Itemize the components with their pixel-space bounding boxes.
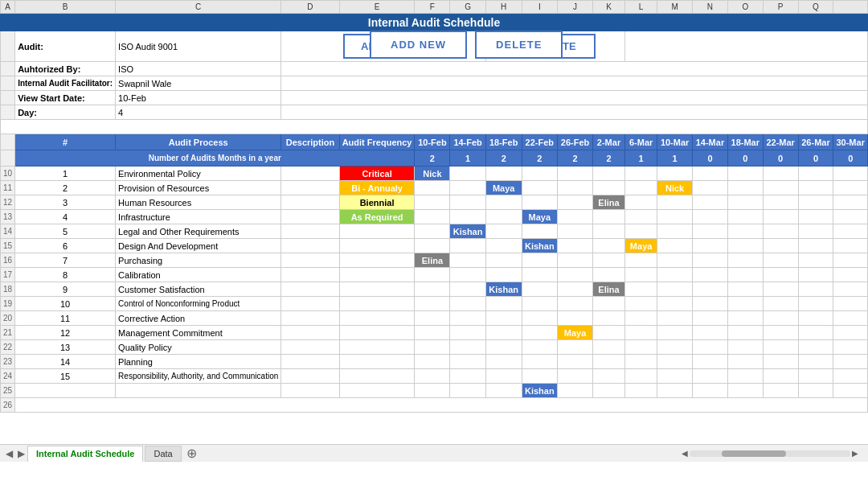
column-headers-row: # Audit Process Description Audit Freque… xyxy=(1,134,868,150)
subval-k: 1 xyxy=(625,150,657,166)
day-row: Day: 4 xyxy=(1,105,868,120)
scroll-left-icon[interactable]: ◀ xyxy=(682,449,688,458)
header-30mar: 30-Mar xyxy=(833,134,868,150)
add-new-button-overlay[interactable]: ADD NEW xyxy=(370,31,467,59)
table-row-empty: 26 xyxy=(1,398,868,413)
header-2mar: 2-Mar xyxy=(592,134,624,150)
authorized-value[interactable]: ISO xyxy=(116,62,281,76)
empty-row-7 xyxy=(1,120,868,134)
subval-l: 1 xyxy=(657,150,693,166)
subval-m: 0 xyxy=(693,150,728,166)
col-letter-e: E xyxy=(339,1,415,14)
row-num-8 xyxy=(1,134,15,150)
header-10mar: 10-Mar xyxy=(657,134,693,150)
col-letter-i: I xyxy=(522,1,558,14)
scroll-right-icon[interactable]: ▶ xyxy=(852,449,858,458)
header-frequency: Audit Frequency xyxy=(339,134,415,150)
subval-q: 0 xyxy=(833,150,868,166)
spreadsheet: A B C D E F G H I J K L M N O P Q Intern… xyxy=(0,0,868,462)
header-14mar: 14-Mar xyxy=(693,134,728,150)
header-6mar: 6-Mar xyxy=(625,134,657,150)
table-row: 22 13 Quality Policy xyxy=(1,340,868,355)
tab-add-button[interactable]: ⊕ xyxy=(183,446,200,461)
col-letter-f: F xyxy=(415,1,450,14)
tab-active[interactable]: Internal Audit Schedule xyxy=(27,446,143,462)
row-num-5 xyxy=(1,91,15,105)
row-num-6 xyxy=(1,105,15,120)
table-row: 20 11 Corrective Action xyxy=(1,311,868,326)
col-letters-row: A B C D E F G H I J K L M N O P Q xyxy=(1,1,868,14)
table-row: 18 9 Customer Satisfaction Kishan Elina xyxy=(1,282,868,297)
col-letter-p: P xyxy=(763,1,798,14)
table-row: 16 7 Purchasing Elina xyxy=(1,253,868,268)
facilitator-label: Internal Audit Facilitator: xyxy=(15,76,116,91)
subval-i: 2 xyxy=(558,150,593,166)
col-letter-k: K xyxy=(592,1,624,14)
tab-nav-left[interactable]: ◀ xyxy=(3,448,15,459)
subheader-row: Number of Audits Months in a year 2 1 2 … xyxy=(1,150,868,166)
delete-button-overlay[interactable]: DELETE xyxy=(475,31,563,59)
tab-data[interactable]: Data xyxy=(145,446,181,462)
subval-h: 2 xyxy=(522,150,558,166)
header-num: # xyxy=(15,134,116,150)
facilitator-row: Internal Audit Facilitator: Swapnil Wale xyxy=(1,76,868,91)
subheader-label: Number of Audits Months in a year xyxy=(15,150,415,166)
col-letter-q: Q xyxy=(798,1,833,14)
header-10feb: 10-Feb xyxy=(415,134,450,150)
tab-bar: ◀ ▶ Internal Audit Schedule Data ⊕ ◀ ▶ xyxy=(0,444,868,462)
subval-o: 0 xyxy=(763,150,798,166)
col-letter-g: G xyxy=(450,1,486,14)
col-letter-n: N xyxy=(693,1,728,14)
header-18feb: 18-Feb xyxy=(485,134,522,150)
tab-nav-right[interactable]: ▶ xyxy=(15,448,27,459)
row-num-4 xyxy=(1,76,15,91)
day-value[interactable]: 4 xyxy=(116,105,281,120)
subval-f: 1 xyxy=(450,150,486,166)
table-row: 11 2 Provision of Resources Bi - Annualy… xyxy=(1,181,868,195)
col-letter-a: A xyxy=(1,1,15,14)
table-row: 10 1 Environmental Policy Critical Nick xyxy=(1,166,868,181)
subval-p: 0 xyxy=(798,150,833,166)
col-letter-c: C xyxy=(116,1,281,14)
authorized-row: Auhtorized By: ISO xyxy=(1,62,868,76)
col-letter-j: J xyxy=(558,1,593,14)
header-description: Description xyxy=(281,134,339,150)
table-row: 13 4 Infrastructure As Required Maya xyxy=(1,210,868,224)
facilitator-value[interactable]: Swapnil Wale xyxy=(116,76,281,91)
subval-e: 2 xyxy=(415,150,450,166)
view-start-row: View Start Date: 10-Feb xyxy=(1,91,868,105)
col-letter-l: L xyxy=(625,1,657,14)
horizontal-scrollbar[interactable]: ◀ ▶ xyxy=(682,449,858,458)
subval-n: 0 xyxy=(727,150,763,166)
table-row: 17 8 Calibration xyxy=(1,268,868,282)
title-row: Internal Audit Schehdule xyxy=(1,14,868,31)
table-row: 12 3 Human Resources Biennial Elina xyxy=(1,195,868,210)
header-26feb: 26-Feb xyxy=(558,134,593,150)
view-start-value[interactable]: 10-Feb xyxy=(116,91,281,105)
audit-label: Audit: xyxy=(15,31,116,62)
sheet-title: Internal Audit Schehdule xyxy=(1,14,868,31)
col-letter-o: O xyxy=(727,1,763,14)
table-row: 21 12 Management Commitment Maya xyxy=(1,326,868,340)
subval-j: 2 xyxy=(592,150,624,166)
audit-value[interactable]: ISO Audit 9001 xyxy=(116,31,281,62)
row-num-3 xyxy=(1,62,15,76)
header-audit-process: Audit Process xyxy=(116,134,281,150)
table-row: 19 10 Control of Nonconforming Product xyxy=(1,297,868,311)
row-num-2 xyxy=(1,31,15,62)
col-letter-h: H xyxy=(485,1,522,14)
button-area: ADD NEW DELETE xyxy=(370,31,563,59)
table-row: 23 14 Planning xyxy=(1,355,868,369)
table-row: 25 Kishan xyxy=(1,384,868,398)
table-row: 24 15 Responsibility, Authority, and Com… xyxy=(1,369,868,384)
header-26mar: 26-Mar xyxy=(798,134,833,150)
col-letter-m: M xyxy=(657,1,693,14)
scrollbar-thumb[interactable] xyxy=(722,450,786,457)
view-start-label: View Start Date: xyxy=(15,91,116,105)
col-letter-b: B xyxy=(15,1,116,14)
table-row: 15 6 Design And Development Kishan Maya xyxy=(1,239,868,253)
header-14feb: 14-Feb xyxy=(450,134,486,150)
authorized-label: Auhtorized By: xyxy=(15,62,116,76)
row-num-9 xyxy=(1,150,15,166)
header-18mar: 18-Mar xyxy=(727,134,763,150)
